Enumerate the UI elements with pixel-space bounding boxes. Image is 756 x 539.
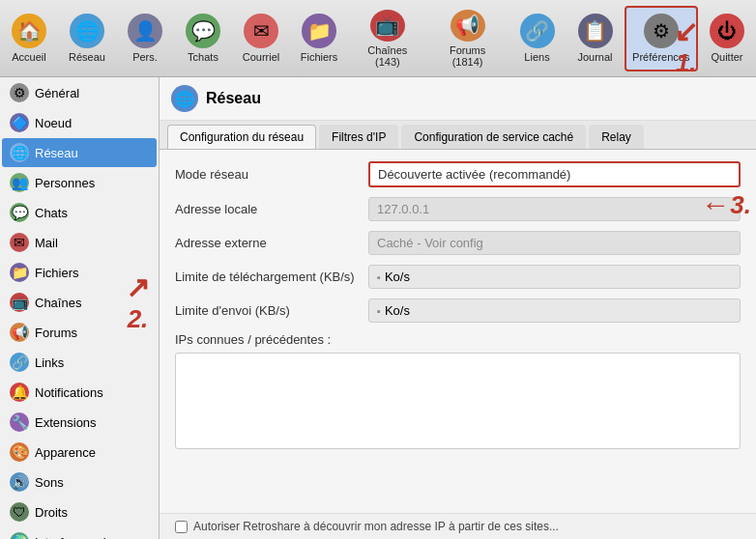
sidebar-icon-personnes: 👥: [10, 173, 29, 192]
toolbar-item-quitter[interactable]: ⏻Quitter: [698, 6, 756, 71]
toolbar-item-forums[interactable]: 📢Forums (1814): [427, 6, 509, 71]
form-label-limite_telechargement: Limite de téléchargement (KB/s): [175, 270, 368, 284]
sidebar-icon-forums: 📢: [10, 323, 29, 342]
toolbar-item-liens[interactable]: 🔗Liens: [509, 6, 567, 71]
sidebar-icon-apparence: 🎨: [10, 442, 29, 462]
toolbar-label-fichiers: Fichiers: [301, 51, 338, 63]
sidebar-item-chaines[interactable]: 📺Chaînes: [2, 288, 157, 317]
tab-config_reseau[interactable]: Configuration du réseau: [167, 125, 316, 149]
toolbar-icon-journal: 📋: [578, 14, 613, 48]
tab-filtres_ip[interactable]: Filtres d'IP: [319, 125, 398, 149]
toolbar-label-journal: Journal: [577, 51, 612, 63]
sidebar-item-notifications[interactable]: 🔔Notifications: [2, 378, 157, 407]
form-value-mode_reseau[interactable]: Découverte activée (recommandé): [368, 161, 741, 187]
sidebar-item-apparence[interactable]: 🎨Apparence: [2, 438, 157, 467]
form-label-adresse_locale: Adresse locale: [175, 202, 368, 216]
toolbar-item-pers[interactable]: 👤Pers.: [116, 6, 174, 71]
ips-label: IPs connues / précédentes :: [175, 332, 741, 347]
ips-section: IPs connues / précédentes :: [175, 332, 741, 449]
sidebar: ⚙Général🔷Noeud🌐Réseau👥Personnes💬Chats✉Ma…: [0, 77, 160, 539]
sidebar-icon-reseau: 🌐: [10, 143, 29, 162]
toolbar-icon-reseau: 🌐: [70, 14, 104, 48]
toolbar-label-forums: Forums (1814): [437, 44, 499, 68]
toolbar: 🏠Accueil🌐Réseau👤Pers.💬Tchats✉Courriel📁Fi…: [0, 0, 756, 77]
sidebar-item-forums[interactable]: 📢Forums: [2, 318, 157, 347]
sidebar-icon-chaines: 📺: [10, 293, 29, 312]
toolbar-icon-pers: 👤: [128, 14, 162, 48]
toolbar-icon-forums: 📢: [451, 10, 485, 42]
sidebar-item-fichiers[interactable]: 📁Fichiers: [2, 258, 157, 287]
form-label-adresse_externe: Adresse externe: [175, 236, 368, 250]
sidebar-label-reseau: Réseau: [35, 146, 78, 160]
sidebar-label-notifications: Notifications: [35, 385, 103, 400]
sidebar-item-links[interactable]: 🔗Links: [2, 348, 157, 377]
content-header-icon: 🌐: [171, 85, 198, 112]
tab-config_service_cache[interactable]: Configuration de service caché: [401, 125, 586, 149]
tab-relay[interactable]: Relay: [589, 125, 644, 149]
form-label-limite_envoi: Limite d'envoi (KB/s): [175, 303, 368, 318]
toolbar-label-quitter: Quitter: [711, 51, 742, 63]
form-label-mode_reseau: Mode réseau: [175, 167, 368, 182]
sidebar-label-general: Général: [35, 86, 79, 100]
toolbar-icon-liens: 🔗: [520, 14, 555, 48]
sidebar-icon-droits: 🛡: [10, 502, 29, 522]
toolbar-icon-quitter: ⏻: [710, 14, 744, 48]
toolbar-item-courriel[interactable]: ✉Courriel: [232, 6, 290, 71]
sidebar-label-interface_web: Interface web: [35, 535, 110, 540]
toolbar-item-chaines[interactable]: 📺Chaînes (143): [348, 6, 427, 71]
toolbar-item-fichiers[interactable]: 📁Fichiers: [290, 6, 348, 71]
bottom-checkbox-area: Autoriser Retroshare à découvrir mon adr…: [160, 513, 756, 539]
sidebar-item-reseau[interactable]: 🌐Réseau: [2, 138, 157, 167]
sidebar-label-fichiers: Fichiers: [35, 266, 79, 280]
sidebar-item-interface_web[interactable]: 🌍Interface web: [2, 527, 157, 539]
sidebar-label-chaines: Chaînes: [35, 296, 81, 310]
sidebar-label-sons: Sons: [35, 475, 64, 490]
sidebar-label-forums: Forums: [35, 326, 77, 340]
toolbar-item-accueil[interactable]: 🏠Accueil: [0, 6, 58, 71]
sidebar-icon-fichiers: 📁: [10, 263, 29, 282]
sidebar-item-personnes[interactable]: 👥Personnes: [2, 168, 157, 197]
toolbar-label-courriel: Courriel: [243, 51, 280, 63]
form-row-limite_envoi: Limite d'envoi (KB/s)▪Ko/s: [175, 298, 741, 323]
toolbar-item-journal[interactable]: 📋Journal: [567, 6, 625, 71]
checkbox-label: Autoriser Retroshare à découvrir mon adr…: [193, 520, 559, 533]
toolbar-icon-accueil: 🏠: [12, 14, 46, 48]
form-row-limite_telechargement: Limite de téléchargement (KB/s)▪Ko/s: [175, 265, 741, 289]
toolbar-icon-chaines: 📺: [370, 10, 405, 42]
form-row-adresse_externe: Adresse externeCaché - Voir config: [175, 231, 741, 255]
sidebar-item-sons[interactable]: 🔊Sons: [2, 468, 157, 496]
sidebar-label-droits: Droits: [35, 505, 68, 520]
form-row-mode_reseau: Mode réseauDécouverte activée (recommand…: [175, 161, 741, 187]
sidebar-item-mail[interactable]: ✉Mail: [2, 228, 157, 257]
toolbar-label-liens: Liens: [524, 51, 549, 63]
toolbar-item-tchats[interactable]: 💬Tchats: [174, 6, 232, 71]
form-value-icon-limite_telechargement: ▪: [377, 271, 381, 283]
sidebar-icon-interface_web: 🌍: [10, 532, 29, 539]
form-value-text-limite_telechargement: Ko/s: [385, 270, 410, 284]
form-value-adresse_locale: 127.0.0.1: [368, 197, 741, 221]
sidebar-item-noeud[interactable]: 🔷Noeud: [2, 108, 157, 137]
checkbox-retroshare[interactable]: [175, 521, 188, 533]
toolbar-icon-preferences: ⚙: [644, 14, 679, 48]
ips-box[interactable]: [175, 353, 741, 449]
toolbar-item-preferences[interactable]: ⚙Préférences: [625, 6, 698, 71]
toolbar-label-reseau: Réseau: [69, 51, 105, 63]
sidebar-label-chats: Chats: [35, 206, 68, 220]
sidebar-item-extensions[interactable]: 🔧Extensions: [2, 408, 157, 437]
toolbar-icon-tchats: 💬: [186, 14, 220, 48]
toolbar-icon-fichiers: 📁: [302, 14, 336, 48]
form-value-limite_telechargement: ▪Ko/s: [368, 265, 741, 289]
toolbar-label-chaines: Chaînes (143): [358, 44, 418, 68]
form-area: Mode réseauDécouverte activée (recommand…: [160, 150, 756, 513]
sidebar-icon-chats: 💬: [10, 203, 29, 222]
content-header: 🌐 Réseau: [160, 77, 756, 121]
sidebar-label-mail: Mail: [35, 236, 58, 250]
form-value-limite_envoi: ▪Ko/s: [368, 298, 741, 323]
sidebar-item-droits[interactable]: 🛡Droits: [2, 497, 157, 526]
form-value-text-limite_envoi: Ko/s: [385, 303, 410, 318]
toolbar-label-preferences: Préférences: [632, 51, 689, 63]
toolbar-item-reseau[interactable]: 🌐Réseau: [58, 6, 116, 71]
sidebar-item-chats[interactable]: 💬Chats: [2, 198, 157, 227]
sidebar-item-general[interactable]: ⚙Général: [2, 78, 157, 107]
sidebar-icon-general: ⚙: [10, 83, 29, 102]
